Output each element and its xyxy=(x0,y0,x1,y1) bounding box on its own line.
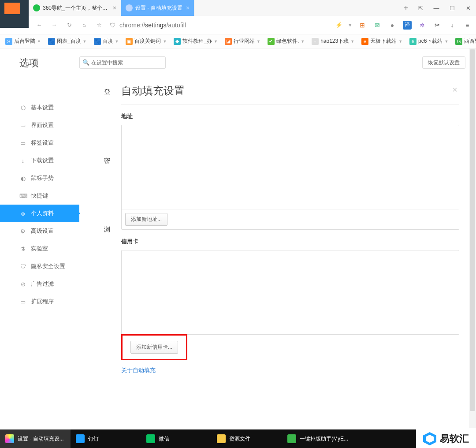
bookmark-label: 绿色软件. xyxy=(276,37,299,45)
sidebar-item[interactable]: ⚗实验室 xyxy=(0,240,79,258)
tab-close-icon[interactable]: × xyxy=(186,4,190,11)
sidebar-item-icon: ☺ xyxy=(19,210,26,217)
taskbar-label: 钉钉 xyxy=(88,435,99,443)
menu-icon[interactable]: ≡ xyxy=(463,21,472,30)
bookmark-favicon: ✔ xyxy=(268,38,275,45)
bookmarks-bar: S后台登陆▼🐾图表_百度▼🐾百度▼▣百度关键词▼◆软件教程_办▼◪行业网站▼✔绿… xyxy=(0,34,476,49)
bookmark-label: 软件教程_办 xyxy=(182,37,212,45)
add-address-button[interactable]: 添加新地址... xyxy=(125,213,167,226)
bg-label-browse: 浏 xyxy=(104,226,110,234)
sidebar-item-icon: ⚗ xyxy=(19,246,26,252)
settings-search: 🔍 xyxy=(79,56,166,69)
sidebar-item[interactable]: ▭界面设置 xyxy=(0,116,79,134)
address-list[interactable] xyxy=(122,125,459,209)
sidebar-item[interactable]: ☺个人资料 xyxy=(0,205,79,222)
bookmark-item[interactable]: ✔绿色软件.▼ xyxy=(268,37,305,45)
sidebar-item-label: 隐私安全设置 xyxy=(31,262,65,270)
tab-favicon xyxy=(126,4,133,11)
sidebar-item-label: 界面设置 xyxy=(31,121,54,129)
bookmark-label: 图表_百度 xyxy=(57,37,81,45)
minimize-button[interactable]: — xyxy=(428,0,444,16)
bookmark-item[interactable]: ▫hao123下载▼ xyxy=(312,37,354,45)
bookmark-item[interactable]: e天极下载站▼ xyxy=(361,37,402,45)
bookmark-item[interactable]: ▣百度关键词▼ xyxy=(126,37,167,45)
bg-label-password: 密 xyxy=(104,157,110,165)
sidebar-item-label: 扩展程序 xyxy=(31,298,54,306)
bookmark-item[interactable]: ◪行业网站▼ xyxy=(225,37,260,45)
settings-sidebar: 选项 ⬡基本设置▭界面设置▭标签设置↓下载设置◐鼠标手势⌨快捷键☺个人资料⚙高级… xyxy=(0,49,79,428)
download-icon[interactable]: ↓ xyxy=(448,21,457,30)
translate-icon[interactable]: 译 xyxy=(403,21,412,30)
bookmark-item[interactable]: ◆软件教程_办▼ xyxy=(174,37,218,45)
bookmark-item[interactable]: 6pc6下载站▼ xyxy=(409,37,448,45)
bookmark-item[interactable]: S后台登陆▼ xyxy=(5,37,41,45)
taskbar-item[interactable]: 钉钉 xyxy=(71,429,141,448)
url-host: settings xyxy=(145,22,166,29)
address-section-label: 地址 xyxy=(121,112,459,120)
browser-tab[interactable]: 360导航_一个主页，整个世界× xyxy=(29,0,121,16)
sidebar-item-label: 标签设置 xyxy=(31,139,54,147)
bookmark-item[interactable]: G西西软件园▼ xyxy=(455,37,476,45)
taskbar-item[interactable]: 设置 - 自动填充设... xyxy=(0,429,71,448)
bookmark-favicon: ◪ xyxy=(225,38,232,45)
sidebar-item[interactable]: ◐鼠标手势 xyxy=(0,169,79,187)
taskbar: 设置 - 自动填充设...钉钉微信资源文件一键排版助手(MyE... 易软汇 xyxy=(0,429,476,448)
close-window-button[interactable]: ✕ xyxy=(460,0,476,16)
chat-icon[interactable]: ✉ xyxy=(373,21,382,30)
sidebar-item-icon: ▭ xyxy=(19,140,26,146)
tab-title: 设置 - 自动填充设置 xyxy=(135,4,182,12)
bookmark-item[interactable]: 🐾百度▼ xyxy=(94,37,119,45)
flower-icon[interactable]: ✲ xyxy=(418,21,427,30)
bookmark-star-button[interactable]: ☆ xyxy=(95,21,104,30)
add-card-button[interactable]: 添加新信用卡... xyxy=(130,341,178,354)
taskbar-item[interactable]: 一键排版助手(MyE... xyxy=(282,429,353,448)
address-bar: ← → ↻ ⌂ ☆ 🛡 chrome://settings/autofill ⚡… xyxy=(0,16,476,34)
card-list[interactable] xyxy=(122,250,459,334)
new-tab-button[interactable]: + xyxy=(399,0,413,16)
home-button[interactable]: ⌂ xyxy=(80,21,89,30)
sidebar-item[interactable]: ⊘广告过滤 xyxy=(0,275,79,293)
url-field[interactable]: 🛡 chrome://settings/autofill xyxy=(110,22,329,29)
sidebar-item[interactable]: ⌨快捷键 xyxy=(0,187,79,205)
tab-close-icon[interactable]: × xyxy=(113,4,116,11)
back-button[interactable]: ← xyxy=(35,21,44,30)
bookmark-label: 行业网站 xyxy=(234,37,255,45)
taskbar-item[interactable]: 微信 xyxy=(141,429,212,448)
apps-icon[interactable]: ⊞ xyxy=(358,21,367,30)
maximize-button[interactable]: ☐ xyxy=(444,0,460,16)
extension-button[interactable]: ⇱ xyxy=(413,0,428,16)
sidebar-item-label: 个人资料 xyxy=(31,209,54,217)
profile-avatar[interactable] xyxy=(0,0,29,28)
taskbar-item[interactable]: 资源文件 xyxy=(212,429,282,448)
scissors-icon[interactable]: ✂ xyxy=(433,21,442,30)
sidebar-item[interactable]: ⚙高级设置 xyxy=(0,222,79,240)
sidebar-item-icon: ⚙ xyxy=(19,228,26,235)
restore-defaults-button[interactable]: 恢复默认设置 xyxy=(422,56,465,69)
page-title: 选项 xyxy=(0,49,79,78)
sidebar-item-label: 高级设置 xyxy=(31,227,54,235)
scrollbar-thumb[interactable] xyxy=(470,49,475,411)
reload-button[interactable]: ↻ xyxy=(65,21,74,30)
sidebar-item-label: 基本设置 xyxy=(31,104,54,112)
flash-icon[interactable]: ⚡ xyxy=(335,22,342,28)
globe-icon[interactable]: ● xyxy=(388,21,397,30)
sidebar-item[interactable]: ▭标签设置 xyxy=(0,134,79,152)
search-input[interactable] xyxy=(79,56,166,69)
bookmark-item[interactable]: 🐾图表_百度▼ xyxy=(48,37,87,45)
forward-button[interactable]: → xyxy=(50,21,59,30)
dropdown-icon[interactable]: ▾ xyxy=(349,22,352,28)
taskbar-app-icon xyxy=(217,434,226,443)
sidebar-item[interactable]: 🛡隐私安全设置 xyxy=(0,258,79,275)
browser-tab[interactable]: 设置 - 自动填充设置× xyxy=(121,0,194,16)
url-prefix: chrome:// xyxy=(119,22,145,29)
tab-favicon xyxy=(33,4,40,11)
sidebar-item-icon: ↓ xyxy=(19,157,26,164)
scrollbar[interactable] xyxy=(469,49,476,428)
sidebar-item[interactable]: ⬡基本设置 xyxy=(0,99,79,116)
dialog-close-button[interactable]: × xyxy=(452,85,457,95)
bookmark-favicon: ▫ xyxy=(312,38,319,45)
sidebar-item[interactable]: ↓下载设置 xyxy=(0,152,79,169)
sidebar-item[interactable]: ▭扩展程序 xyxy=(0,293,79,310)
about-autofill-link[interactable]: 关于自动填充 xyxy=(121,366,156,374)
bookmark-label: 百度 xyxy=(103,37,113,45)
